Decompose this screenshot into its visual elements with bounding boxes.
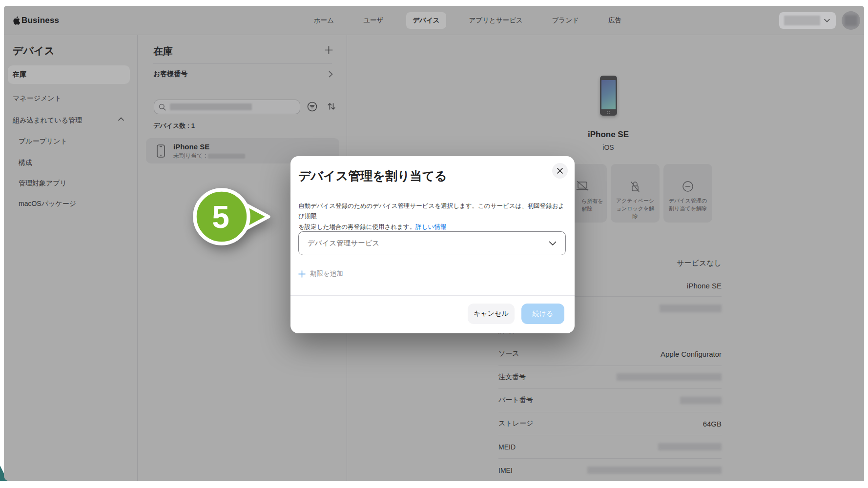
nav-users[interactable]: ユーザ xyxy=(357,12,390,29)
device-serial-redacted xyxy=(208,154,245,159)
step-number: 5 xyxy=(212,200,229,235)
cancel-button[interactable]: キャンセル xyxy=(468,304,515,324)
summary-serial-redacted xyxy=(660,305,722,312)
search-text-redacted xyxy=(170,103,252,110)
action-remove-mdm-assignment[interactable]: デバイス管理の 割り当てを解除 xyxy=(663,164,712,223)
nav-home[interactable]: ホーム xyxy=(308,12,340,29)
dialog-title: デバイス管理を割り当てる xyxy=(298,168,447,184)
close-icon xyxy=(557,167,563,174)
account-name-redacted xyxy=(784,16,820,25)
search-input[interactable] xyxy=(154,100,300,114)
meid-redacted xyxy=(658,443,722,450)
customer-number-row[interactable]: お客様番号 xyxy=(153,70,187,79)
minus-circle-icon xyxy=(682,181,694,192)
nav-ads[interactable]: 広告 xyxy=(602,12,628,29)
table-row: 注文番号 xyxy=(498,366,722,389)
summary-service-value: サービスなし xyxy=(677,259,722,268)
dialog-description: 自動デバイス登録のためのデバイス管理サービスを選択します。このサービスは、初回登… xyxy=(298,201,568,232)
table-row: ストレージ 64GB xyxy=(498,412,722,436)
nav-devices[interactable]: デバイス xyxy=(406,12,446,29)
action-label: デバイス管理の 割り当てを解除 xyxy=(665,197,710,213)
close-button[interactable] xyxy=(552,163,568,179)
top-navbar: Business ホーム ユーザ デバイス アプリとサービス ブランド 広告 xyxy=(4,6,864,35)
assign-mdm-dialog: デバイス管理を割り当てる 自動デバイス登録のためのデバイス管理サービスを選択しま… xyxy=(290,156,575,333)
chevron-down-icon xyxy=(824,19,830,22)
sort-icon[interactable] xyxy=(327,102,336,111)
abm-window: Business ホーム ユーザ デバイス アプリとサービス ブランド 広告 デ… xyxy=(4,6,864,481)
table-row: IMEI xyxy=(498,459,722,481)
step-annotation-badge: 5 xyxy=(185,178,277,264)
table-row: ソース Apple Configurator xyxy=(498,343,722,366)
imei-redacted xyxy=(587,467,722,474)
apple-logo-icon xyxy=(13,16,20,25)
add-deadline-button[interactable]: 期限を追加 xyxy=(298,269,343,278)
order-number-redacted xyxy=(617,373,722,381)
inventory-title: 在庫 xyxy=(153,45,173,58)
chevron-right-icon[interactable] xyxy=(329,71,333,78)
action-clear-activation-lock[interactable]: アクティベーシ ョンロックを解 除 xyxy=(611,164,660,223)
phone-icon xyxy=(157,144,165,158)
add-device-button[interactable] xyxy=(325,46,333,54)
nav-apps-services[interactable]: アプリとサービス xyxy=(463,12,529,29)
release-ownership-icon xyxy=(576,181,589,191)
search-icon xyxy=(159,103,166,111)
sidebar-group-builtin[interactable]: 組み込まれている管理 xyxy=(13,116,82,125)
sidebar-item-managed-apps[interactable]: 管理対象アプリ xyxy=(19,179,67,188)
device-title: iPhone SE xyxy=(559,130,657,140)
nav-brands[interactable]: ブランド xyxy=(546,12,585,29)
part-number-redacted xyxy=(680,397,722,404)
sidebar-item-blueprint[interactable]: ブループリント xyxy=(19,137,67,146)
device-name: iPhone SE xyxy=(173,142,209,151)
sidebar-item-management[interactable]: マネージメント xyxy=(13,94,62,103)
activation-lock-icon xyxy=(629,181,641,193)
brand-name: Business xyxy=(21,16,59,25)
device-status: 未割り当て : xyxy=(173,152,245,160)
device-image xyxy=(600,76,617,116)
plus-icon xyxy=(298,270,306,278)
device-os: iOS xyxy=(559,143,657,151)
chevron-down-icon xyxy=(549,241,557,246)
account-menu[interactable] xyxy=(779,12,836,29)
primary-nav: ホーム ユーザ デバイス アプリとサービス ブランド 広告 xyxy=(308,6,628,35)
sidebar-item-inventory[interactable]: 在庫 xyxy=(8,65,130,84)
sidebar-title: デバイス xyxy=(13,44,55,58)
action-label: アクティベーシ ョンロックを解 除 xyxy=(613,197,658,221)
summary-model-value: iPhone SE xyxy=(687,282,722,290)
filter-icon[interactable] xyxy=(307,102,317,112)
avatar[interactable] xyxy=(842,11,860,30)
chevron-up-icon[interactable] xyxy=(118,117,124,121)
continue-button[interactable]: 続ける xyxy=(521,304,564,324)
sidebar: デバイス 在庫 マネージメント 組み込まれている管理 ブループリント 構成 管理… xyxy=(4,35,138,481)
sidebar-item-config[interactable]: 構成 xyxy=(19,159,32,167)
home-button xyxy=(607,111,610,114)
learn-more-link[interactable]: 詳しい情報 xyxy=(415,224,446,230)
select-placeholder: デバイス管理サービス xyxy=(308,239,379,248)
table-row: パート番号 xyxy=(498,389,722,412)
device-count: デバイス数 : 1 xyxy=(153,122,195,130)
sidebar-item-macos-pkg[interactable]: macOSパッケージ xyxy=(19,200,76,208)
brand-logo: Business xyxy=(13,6,59,35)
table-row: MEID xyxy=(498,435,722,459)
mdm-service-select[interactable]: デバイス管理サービス xyxy=(298,231,566,255)
details-table: ソース Apple Configurator 注文番号 パート番号 ストレージ … xyxy=(498,343,722,481)
